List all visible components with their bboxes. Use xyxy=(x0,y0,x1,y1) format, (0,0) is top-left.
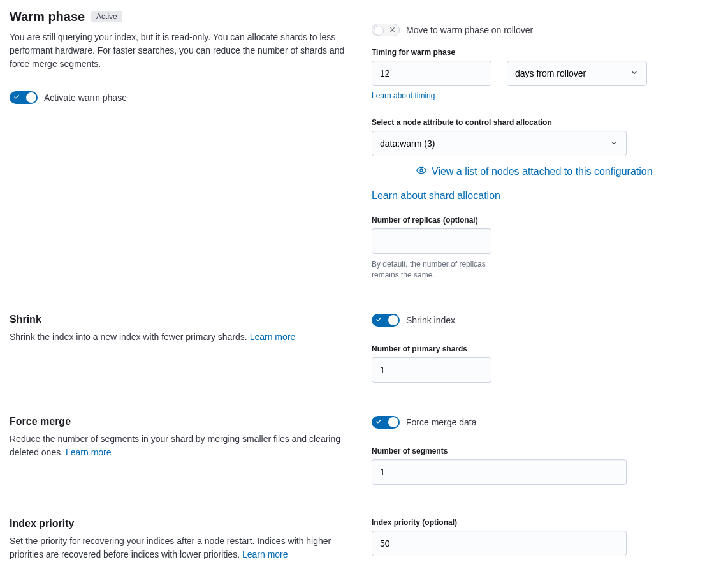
index-priority-input[interactable] xyxy=(372,531,627,556)
move-rollover-label: Move to warm phase on rollover xyxy=(406,25,533,35)
check-icon xyxy=(375,316,382,324)
check-icon xyxy=(13,94,20,101)
segments-input[interactable] xyxy=(372,459,627,485)
shrink-learn-more-link[interactable]: Learn more xyxy=(250,332,296,342)
shrink-title: Shrink xyxy=(10,314,356,325)
replicas-help: By default, the number of replicas remai… xyxy=(372,259,491,281)
x-icon xyxy=(389,27,395,34)
force-merge-toggle[interactable] xyxy=(372,416,400,429)
shrink-description: Shrink the index into a new index with f… xyxy=(10,332,250,342)
replicas-input[interactable] xyxy=(372,228,491,254)
timing-unit-select[interactable]: days from rollover xyxy=(507,61,647,86)
page-title: Warm phase xyxy=(10,10,85,24)
force-merge-learn-more-link[interactable]: Learn more xyxy=(66,447,112,457)
learn-shard-allocation-link[interactable]: Learn about shard allocation xyxy=(372,190,500,201)
activate-warm-phase-toggle[interactable] xyxy=(10,91,38,104)
node-attr-label: Select a node attribute to control shard… xyxy=(372,118,718,127)
shrink-index-toggle[interactable] xyxy=(372,314,400,327)
shrink-index-label: Shrink index xyxy=(406,315,455,325)
index-priority-title: Index priority xyxy=(10,518,356,529)
timing-input[interactable] xyxy=(372,61,491,86)
node-attr-select[interactable]: data:warm (3) xyxy=(372,131,627,156)
activate-warm-phase-label: Activate warm phase xyxy=(44,92,127,103)
force-merge-description: Reduce the number of segments in your sh… xyxy=(10,434,340,457)
primary-shards-input[interactable] xyxy=(372,357,491,383)
status-badge: Active xyxy=(91,11,122,22)
force-merge-label: Force merge data xyxy=(406,417,477,427)
check-icon xyxy=(375,418,382,426)
index-priority-learn-more-link[interactable]: Learn more xyxy=(242,549,288,559)
primary-shards-label: Number of primary shards xyxy=(372,344,718,353)
replicas-label: Number of replicas (optional) xyxy=(372,216,718,225)
svg-point-0 xyxy=(420,169,423,172)
force-merge-title: Force merge xyxy=(10,416,356,427)
move-rollover-toggle[interactable] xyxy=(372,24,400,36)
segments-label: Number of segments xyxy=(372,447,718,455)
index-priority-label: Index priority (optional) xyxy=(372,518,718,527)
view-nodes-link[interactable]: View a list of nodes attached to this co… xyxy=(432,166,653,177)
eye-icon xyxy=(416,165,426,177)
phase-description: You are still querying your index, but i… xyxy=(10,31,356,71)
learn-timing-link[interactable]: Learn about timing xyxy=(372,91,435,100)
timing-label: Timing for warm phase xyxy=(372,48,718,57)
